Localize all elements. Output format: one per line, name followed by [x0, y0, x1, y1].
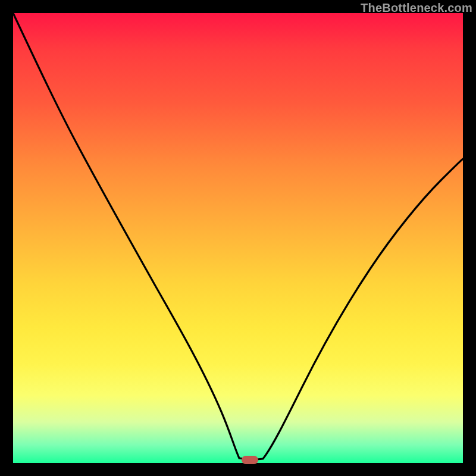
watermark-text: TheBottleneck.com: [361, 1, 472, 15]
chart-frame: TheBottleneck.com: [0, 0, 476, 476]
bottleneck-curve: [13, 13, 463, 463]
curve-path: [13, 13, 463, 460]
valley-marker: [242, 456, 258, 464]
